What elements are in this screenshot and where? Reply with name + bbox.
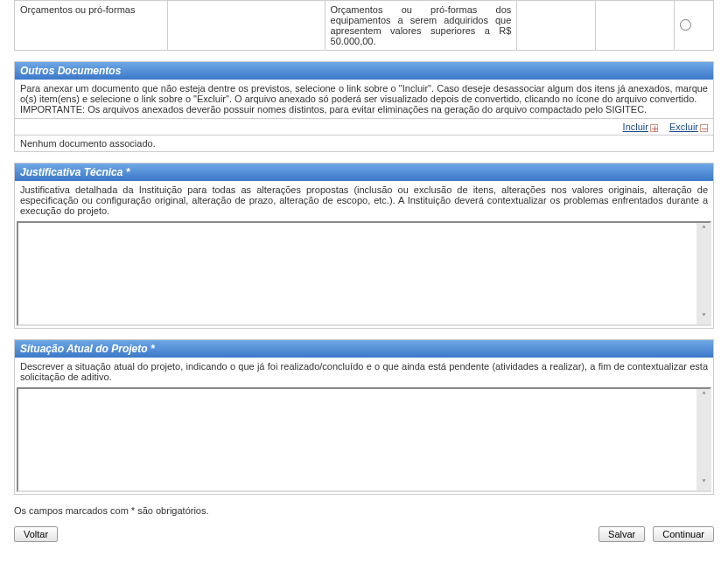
situacao-section: Situação Atual do Projeto * Descrever a … [14,339,714,495]
justificativa-section: Justificativa Técnica * Justificativa de… [14,163,714,329]
empty-docs-msg: Nenhum documento associado. [15,136,713,151]
row-desc: Orçamentos ou pró-formas dos equipamento… [325,1,517,51]
documents-table: Orçamentos ou pró-formas Orçamentos ou p… [14,0,714,51]
row-label: Orçamentos ou pró-formas [15,1,168,51]
minus-icon [700,124,708,132]
row-cell-empty [596,1,675,51]
outros-documentos-body: Para anexar um documento que não esteja … [15,80,713,118]
links-row: Incluir Excluir [15,118,713,136]
button-row: Voltar Salvar Continuar [14,526,714,542]
plus-icon [650,124,658,132]
section-header-situacao: Situação Atual do Projeto * [15,340,713,358]
row-cell-empty [167,1,325,51]
justificativa-textarea[interactable] [17,221,711,326]
incluir-link[interactable]: Incluir [623,122,658,132]
section-header-outros: Outros Documentos [15,62,713,80]
continuar-button[interactable]: Continuar [653,526,714,542]
salvar-button[interactable]: Salvar [598,526,645,542]
outros-documentos-section: Outros Documentos Para anexar um documen… [14,61,714,152]
row-select-cell [674,1,713,51]
excluir-link[interactable]: Excluir [669,122,708,132]
required-note: Os campos marcados com * são obrigatório… [14,505,714,516]
outros-doc-text: Para anexar um documento que não esteja … [20,83,708,104]
justificativa-body: Justificativa detalhada da Instituição p… [15,181,713,219]
outros-doc-important: IMPORTANTE: Os arquivos anexados deverão… [20,104,647,115]
row-cell-empty [517,1,596,51]
situacao-body: Descrever a situação atual do projeto, i… [15,358,713,386]
situacao-textarea[interactable] [17,387,711,492]
table-row: Orçamentos ou pró-formas Orçamentos ou p… [15,1,714,51]
voltar-button[interactable]: Voltar [14,526,58,542]
section-header-justificativa: Justificativa Técnica * [15,163,713,181]
row-select-radio[interactable] [680,19,691,31]
